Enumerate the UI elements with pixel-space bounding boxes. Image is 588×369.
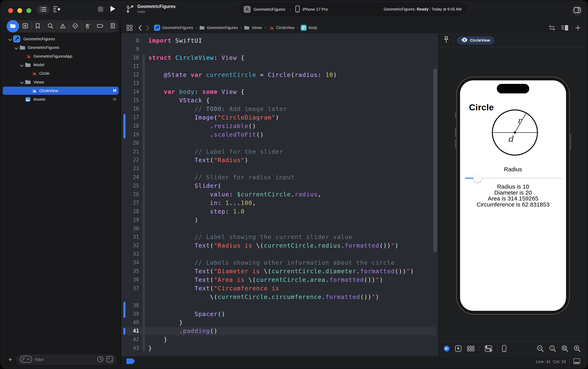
stop-button[interactable]	[98, 6, 103, 12]
code-line-27[interactable]: 27 in: 1...100,	[121, 199, 439, 207]
code-line-40[interactable]: 40 }	[121, 318, 439, 327]
scheme-name[interactable]: GeometricFigures	[254, 7, 285, 12]
code-line-25[interactable]: 25 Slider(	[121, 182, 439, 190]
jumpbar-crumb-body[interactable]: Pbody	[301, 25, 317, 31]
tree-item-assets[interactable]: AssetsM	[0, 95, 121, 103]
code-line-24[interactable]: 24 // Slider for radius input	[121, 173, 439, 182]
go-back-button[interactable]	[138, 25, 142, 31]
code-line-21[interactable]: 21 // Label for the slider	[121, 147, 439, 156]
navigator-tab-bookmark[interactable]	[31, 20, 44, 32]
add-editor-button[interactable]	[575, 25, 581, 31]
code-line-17[interactable]: 17 Image("CircleDiagram")	[121, 113, 439, 122]
code-line-42[interactable]: 42 }	[121, 335, 439, 344]
radius-slider[interactable]	[465, 174, 562, 182]
zoom-to-fit-button[interactable]	[561, 345, 568, 352]
tree-item-circleview[interactable]: CircleViewM	[0, 86, 121, 95]
navigator-tab-box-x[interactable]	[19, 20, 31, 32]
tree-item-views[interactable]: Views	[0, 78, 121, 86]
navigator-tab-check-diamond[interactable]	[69, 20, 81, 32]
code-line-15[interactable]: 15 VStack {	[121, 96, 439, 105]
close-window-button[interactable]	[8, 8, 13, 13]
navigator-tab-report[interactable]	[107, 20, 119, 32]
toggle-inspectors-button[interactable]	[572, 5, 583, 16]
code-line-36[interactable]: 36 Text("Area is \(currentCircle.area.fo…	[121, 276, 439, 284]
tree-item-geometricfigures[interactable]: GeometricFigures	[0, 43, 121, 52]
minimize-window-button[interactable]	[17, 8, 22, 13]
code-line-20[interactable]: 20	[121, 139, 439, 147]
code-line-26[interactable]: 26 value: $currentCircle.radius,	[121, 190, 439, 199]
code-line-33[interactable]: 33	[121, 250, 439, 258]
navigator-tab-tag[interactable]	[94, 20, 107, 32]
source-editor[interactable]: 8import SwiftUI910struct CircleView: Vie…	[121, 34, 439, 356]
code-line-23[interactable]: 23	[121, 164, 439, 173]
selectable-preview-button[interactable]	[455, 345, 462, 352]
jumpbar-crumb-geometricfigures[interactable]: GeometricFigures	[154, 25, 193, 31]
preview-device-button[interactable]	[502, 345, 506, 352]
recent-files-clock-icon[interactable]	[97, 356, 104, 363]
code-line-8[interactable]: 8import SwiftUI	[121, 36, 439, 45]
tree-item-model[interactable]: Model	[0, 61, 121, 69]
code-line-13[interactable]: 13	[121, 79, 439, 88]
code-line-29[interactable]: 29 )	[121, 216, 439, 224]
disclosure-chevron-icon[interactable]	[14, 46, 18, 51]
related-items-icon[interactable]	[126, 25, 133, 31]
code-line-10[interactable]: 10struct CircleView: View {	[121, 53, 439, 62]
jumpbar-crumb-circleview[interactable]: CircleView	[268, 25, 294, 30]
code-line-38[interactable]: 38	[121, 301, 439, 310]
pin-icon[interactable]	[443, 36, 449, 45]
change-bar[interactable]	[123, 114, 125, 138]
tree-item-geometricfigures[interactable]: GeometricFigures	[0, 35, 121, 43]
code-line-14[interactable]: 14 var body: some View {	[121, 88, 439, 96]
cursor-position[interactable]: Line: 41 Col: 19	[536, 359, 566, 364]
code-line-12[interactable]: 12 @State var currentCircle = Circle(rad…	[121, 71, 439, 79]
variants-button[interactable]	[467, 346, 474, 351]
tree-item-geometricfiguresapp[interactable]: GeometricFiguresApp	[0, 52, 121, 61]
code-line-9[interactable]: 9	[121, 45, 439, 53]
code-line-34[interactable]: 34 // Labels showing other information a…	[121, 258, 439, 267]
code-line-22[interactable]: 22 Text("Radius")	[121, 156, 439, 164]
code-line-32[interactable]: 32 Text("Radius is \(currentCircle.radiu…	[121, 241, 439, 250]
code-line-41[interactable]: 41 .padding()	[121, 327, 439, 335]
editor-scrollbar[interactable]	[433, 69, 437, 252]
code-line-wrap[interactable]: \(currentCircle.circumference.formatted(…	[121, 293, 439, 301]
tree-item-circle[interactable]: Circle	[0, 69, 121, 78]
navigator-tab-spray[interactable]	[81, 20, 94, 32]
intelligence-button[interactable]	[52, 5, 62, 14]
toggle-navigator-button[interactable]	[37, 5, 50, 14]
code-line-11[interactable]: 11	[121, 62, 439, 71]
code-line-16[interactable]: 16 // TODO: Add image later	[121, 105, 439, 113]
disclosure-chevron-icon[interactable]	[20, 63, 24, 68]
jumpbar-crumb-geometricfigures[interactable]: GeometricFigures	[199, 25, 238, 30]
editor-layout-icon[interactable]	[561, 25, 568, 31]
code-line-39[interactable]: 39 Spacer()	[121, 310, 439, 318]
code-line-28[interactable]: 28 step: 1.0	[121, 207, 439, 216]
zoom-100-button[interactable]: 1	[549, 345, 556, 352]
live-preview-button[interactable]	[444, 346, 450, 351]
zoom-in-button[interactable]	[574, 345, 581, 352]
filter-field[interactable]: Filter	[17, 355, 116, 365]
code-line-19[interactable]: 19 .scaledToFit()	[121, 130, 439, 139]
adjust-editor-arrows-icon[interactable]	[549, 25, 555, 31]
disclosure-chevron-icon[interactable]	[20, 81, 24, 85]
navigator-tab-folder[interactable]	[7, 20, 19, 32]
code-line-18[interactable]: 18 .resizable()	[121, 122, 439, 130]
navigator-tab-warning[interactable]	[57, 20, 69, 32]
run-button[interactable]	[109, 5, 117, 13]
sidebar-editor-divider[interactable]	[121, 22, 121, 367]
change-bar[interactable]	[123, 328, 125, 335]
toggle-debug-area-button[interactable]	[573, 358, 580, 365]
run-destination[interactable]: iPhone 17 Pro	[303, 7, 328, 12]
code-line-35[interactable]: 35 Text("Diameter is \(currentCircle.dia…	[121, 267, 439, 276]
zoom-window-button[interactable]	[26, 8, 31, 13]
jumpbar-crumb-views[interactable]: Views	[244, 25, 262, 30]
change-bar[interactable]	[123, 302, 125, 318]
go-forward-button[interactable]	[146, 25, 149, 31]
code-line-30[interactable]: 30	[121, 224, 439, 233]
zoom-out-button[interactable]	[537, 345, 544, 352]
breakpoints-toggle[interactable]	[126, 358, 135, 365]
code-line-43[interactable]: 43}	[121, 344, 439, 352]
source-control-status-icon[interactable]	[106, 356, 113, 363]
add-button[interactable]: +	[6, 356, 14, 363]
disclosure-chevron-icon[interactable]	[8, 38, 12, 42]
code-line-31[interactable]: 31 // Label showing the current slider v…	[121, 233, 439, 241]
